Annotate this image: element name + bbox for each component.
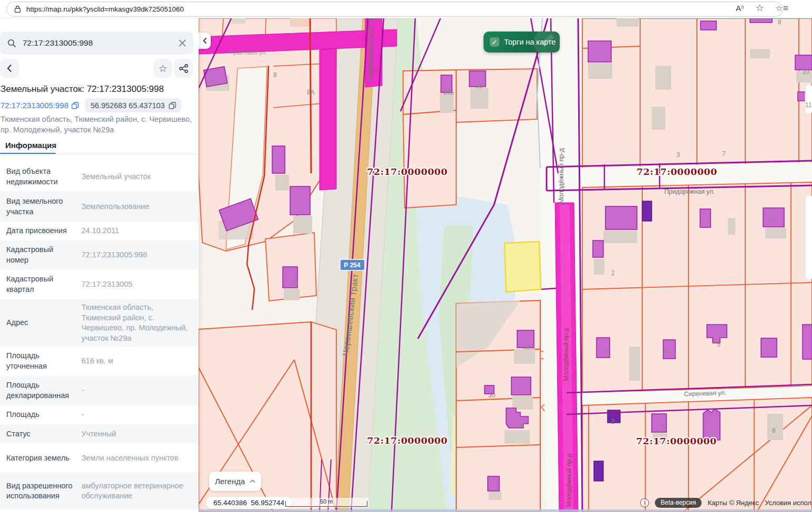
checkbox-checked-icon[interactable]: ✓	[490, 37, 499, 47]
table-row: Вид объекта недвижимости Земельный участ…	[0, 162, 199, 192]
table-row: Площадь декларированная -	[0, 375, 199, 405]
svg-text:8: 8	[273, 71, 277, 79]
clear-search-icon[interactable]	[179, 39, 186, 47]
table-row: Площадь -	[0, 405, 199, 424]
copyright-text: Карты © Яндекс	[707, 499, 759, 507]
cadastral-map[interactable]: Р 254 72:17:0000000 72:17:0000000 72:17:…	[199, 18, 812, 512]
svg-text:8: 8	[772, 427, 776, 434]
address-bar[interactable]: https://map.ru/pkk?ysclid=mkasgv39dk7250…	[6, 2, 783, 17]
map-attribution: i Beta-версия Карты © Яндекс Условия исп…	[640, 497, 812, 508]
svg-text:2: 2	[611, 418, 615, 425]
lock-icon	[14, 5, 21, 13]
copy-icon[interactable]	[71, 102, 79, 109]
svg-text:6: 6	[713, 430, 716, 437]
share-button[interactable]	[174, 59, 193, 78]
road-shield: Р 254	[340, 259, 365, 270]
row-label: Статус	[6, 429, 81, 440]
svg-text:8: 8	[770, 216, 774, 223]
svg-text:3: 3	[676, 151, 680, 159]
table-row: Статус Учтенный	[0, 424, 199, 444]
row-value: 616 кв. м	[81, 356, 191, 367]
svg-text:7: 7	[722, 150, 726, 158]
svg-text:1: 1	[605, 348, 609, 356]
svg-text:2: 2	[611, 269, 615, 277]
copy-icon[interactable]	[169, 102, 176, 109]
street-label: Молодёжный пр-д	[566, 454, 573, 507]
selected-parcel[interactable]	[505, 242, 541, 292]
cadastral-number-link[interactable]: 72:17:2313005:998	[1, 101, 79, 110]
table-row: Кадастровый номер 72:17:2313005:998	[0, 241, 199, 270]
torgi-on-map-button[interactable]: ✓ Торги на карте	[484, 32, 560, 53]
read-aloud-icon[interactable]: A))	[736, 4, 744, 12]
row-label: Адрес	[6, 318, 81, 328]
row-label: Кадастровый квартал	[6, 274, 81, 295]
scale-label: 50 m	[284, 498, 369, 505]
street-label: Молодёжный пр-д	[558, 148, 565, 204]
browser-toolbar: https://map.ru/pkk?ysclid=mkasgv39dk7250…	[0, 0, 812, 18]
quarter-label: 72:17:0000000	[636, 166, 717, 177]
row-value: Земли населенных пунктов	[81, 453, 191, 464]
row-value: 72:17:2313005	[81, 279, 191, 290]
table-row: Кадастровый квартал 72:17:2313005	[0, 270, 199, 299]
row-value: амбулаторное ветеринарное обслуживание	[81, 481, 191, 501]
row-value: Землепользование	[81, 202, 191, 212]
row-value: 24.10.2011	[81, 226, 191, 236]
coordinates-chip[interactable]: 56.952683 65.437103	[85, 98, 181, 112]
collections-lines	[784, 5, 788, 11]
table-row: Дата присвоения 24.10.2011	[0, 222, 199, 241]
street-label: Молодёжный пр-д	[562, 328, 570, 381]
favorite-star-icon[interactable]: ☆	[755, 3, 764, 13]
svg-text:Р 254: Р 254	[344, 262, 361, 269]
svg-text:38: 38	[476, 82, 483, 90]
collections-icon[interactable]: ☆	[776, 4, 788, 12]
svg-text:32: 32	[523, 343, 530, 351]
quarter-label: 72:17:0000000	[367, 166, 447, 177]
row-value: Учтенный	[81, 429, 191, 440]
chevron-up-icon	[250, 479, 255, 483]
info-icon[interactable]: i	[640, 498, 649, 507]
row-label: Категория земель	[6, 453, 81, 464]
svg-text:6: 6	[706, 216, 710, 224]
map-viewport[interactable]: Р 254 72:17:0000000 72:17:0000000 72:17:…	[199, 18, 812, 512]
search-icon	[7, 39, 16, 48]
svg-text:10: 10	[802, 68, 809, 76]
parcel-address: Тюменская область, Тюменский район, с. Ч…	[1, 114, 195, 135]
coordinates-text: 56.952683 65.437103	[90, 101, 165, 110]
street-label: Червишевский тракт	[366, 18, 375, 81]
svg-text:28: 28	[517, 422, 525, 429]
row-value: Тюменская область, Тюменский район, с. Ч…	[81, 302, 191, 343]
url-text: https://map.ru/pkk?ysclid=mkasgv39dk7250…	[26, 5, 184, 13]
tab-information[interactable]: Информация	[5, 141, 56, 150]
quarter-label: 72:17:0000000	[367, 435, 447, 446]
scale-bar: 50 m	[284, 498, 369, 508]
row-label: Вид разрешенного использования	[6, 481, 81, 501]
beta-badge: Beta-версия	[655, 498, 702, 508]
row-label: Кадастровый номер	[6, 245, 81, 265]
info-table: Вид объекта недвижимости Земельный участ…	[0, 162, 199, 509]
row-value: 72:17:2313005:998	[81, 250, 191, 260]
row-label: Площадь уточненная	[6, 351, 81, 371]
page-title: Земельный участок: 72:17:2313005:998	[1, 84, 196, 95]
row-value: -	[81, 410, 191, 420]
cadastral-number-text: 72:17:2313005:998	[1, 101, 68, 110]
row-label: Вид земельного участка	[6, 196, 81, 217]
row-label: Площадь	[6, 410, 81, 420]
collapse-panel-button[interactable]	[199, 33, 211, 49]
street-label: Трактовая ул.	[230, 49, 267, 56]
legend-button[interactable]: Легенда	[209, 472, 261, 491]
street-label: Придорожная ул.	[664, 188, 715, 195]
parcel-info-panel: ☆ Земельный участок: 72:17:2313005:998 7…	[0, 18, 199, 512]
terms-link[interactable]: Условия использования	[765, 499, 812, 507]
back-button[interactable]	[0, 59, 19, 78]
bookmark-button[interactable]: ☆	[153, 59, 172, 78]
search-input[interactable]	[23, 38, 172, 48]
row-label: Дата присвоения	[6, 226, 81, 236]
table-row: Адрес Тюменская область, Тюменский район…	[0, 299, 199, 347]
divider	[0, 154, 199, 154]
svg-text:8А: 8А	[307, 89, 315, 96]
legend-button-label: Легенда	[215, 477, 245, 486]
svg-text:8Б: 8Б	[291, 279, 299, 286]
search-box	[0, 32, 193, 55]
street-label: Сиреневая ул.	[684, 389, 726, 398]
row-label: Вид объекта недвижимости	[6, 166, 81, 187]
